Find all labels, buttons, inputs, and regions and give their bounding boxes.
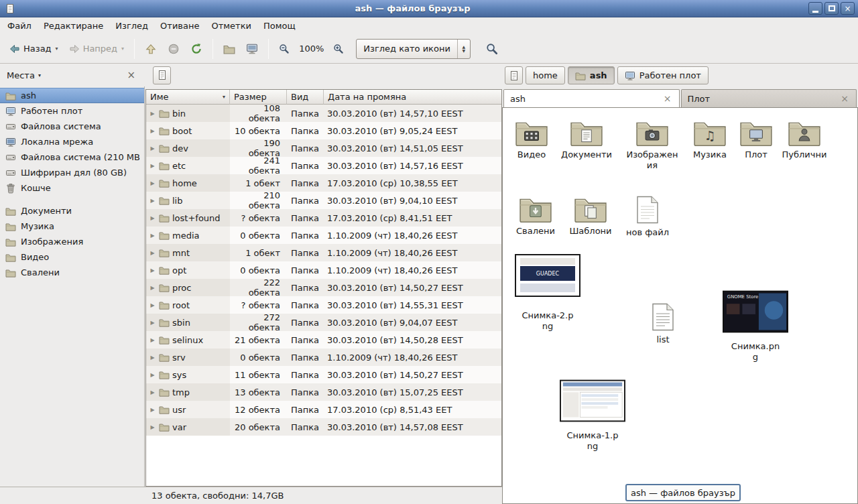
list-item[interactable]: Снимка-1.png	[559, 379, 626, 452]
path-button[interactable]: Работен плот	[617, 66, 709, 84]
up-button[interactable]	[139, 38, 162, 60]
table-row[interactable]: ▶ lost+found ? обекта Папка 17.03.2010 (…	[146, 209, 501, 227]
place-item[interactable]: Документи	[0, 203, 144, 218]
list-item[interactable]: Снимка.png	[722, 290, 789, 363]
titlebar[interactable]: ash — файлов браузър ×	[0, 0, 858, 17]
icon-view[interactable]: Видео Документи Изображения Музика	[502, 107, 858, 504]
forward-button[interactable]: Напред ▾	[64, 38, 130, 60]
expander-icon[interactable]: ▶	[149, 389, 156, 395]
expander-icon[interactable]: ▶	[149, 215, 156, 221]
expander-icon[interactable]: ▶	[149, 163, 156, 169]
list-item[interactable]: list	[635, 300, 691, 345]
table-row[interactable]: ▶ srv 0 обекта Папка 1.10.2009 (чт) 18,4…	[146, 349, 501, 366]
table-row[interactable]: ▶ bin 108 обекта Папка 30.03.2010 (вт) 1…	[146, 105, 501, 122]
pane-toggle-button[interactable]	[153, 66, 171, 84]
table-row[interactable]: ▶ root ? обекта Папка 30.03.2010 (вт) 14…	[146, 296, 501, 314]
expander-icon[interactable]: ▶	[149, 407, 156, 413]
expander-icon[interactable]: ▶	[149, 233, 156, 239]
menu-item[interactable]: Отметки	[205, 19, 257, 33]
place-item[interactable]: Работен плот	[0, 103, 144, 119]
list-item[interactable]: Снимка-2.png	[514, 254, 581, 332]
place-item[interactable]: Шифриран дял (80 GB)	[0, 165, 144, 180]
back-button[interactable]: Назад ▾	[4, 38, 64, 60]
zoom-out-button[interactable]	[273, 38, 295, 60]
path-root-button[interactable]	[505, 66, 523, 84]
list-item[interactable]: нов файл	[619, 192, 676, 238]
table-row[interactable]: ▶ dev 190 обекта Папка 30.03.2010 (вт) 1…	[146, 139, 501, 157]
column-header-modified[interactable]: Дата на промяна	[324, 90, 501, 105]
reload-button[interactable]	[185, 38, 208, 60]
zoom-in-button[interactable]	[328, 38, 349, 60]
expander-icon[interactable]: ▶	[149, 285, 156, 291]
tab-close-button[interactable]: ×	[839, 94, 850, 103]
table-row[interactable]: ▶ boot 10 обекта Папка 30.03.2010 (вт) 9…	[146, 122, 501, 139]
expander-icon[interactable]: ▶	[149, 180, 156, 186]
expander-icon[interactable]: ▶	[149, 320, 156, 326]
menu-item[interactable]: Редактиране	[38, 19, 109, 33]
places-close-button[interactable]: ×	[127, 70, 135, 80]
taskbar-window-button[interactable]: ash — файлов браузър	[625, 484, 741, 501]
place-item[interactable]: Кошче	[0, 180, 144, 196]
expander-icon[interactable]: ▶	[149, 111, 156, 117]
expander-icon[interactable]: ▶	[149, 355, 156, 361]
place-item[interactable]: Музика	[0, 218, 144, 234]
expander-icon[interactable]: ▶	[149, 145, 156, 151]
table-row[interactable]: ▶ usr 12 обекта Папка 17.03.2010 (ср) 8,…	[146, 401, 501, 418]
list-item[interactable]: Документи	[558, 116, 615, 160]
place-item[interactable]: Файлова система	[0, 119, 144, 134]
place-item[interactable]: Файлова система (210 MB)	[0, 149, 144, 165]
table-row[interactable]: ▶ sys 11 обекта Папка 30.03.2010 (вт) 14…	[146, 366, 501, 383]
expander-icon[interactable]: ▶	[149, 128, 156, 134]
table-row[interactable]: ▶ proc 222 обекта Папка 30.03.2010 (вт) …	[146, 279, 501, 296]
item-icon	[723, 290, 788, 333]
close-button[interactable]: ×	[841, 2, 855, 15]
table-row[interactable]: ▶ opt 0 обекта Папка 1.10.2009 (чт) 18,4…	[146, 261, 501, 279]
column-header-name[interactable]: Име ▾	[146, 90, 230, 105]
list-item[interactable]: Свалени	[507, 192, 564, 237]
expander-icon[interactable]: ▶	[149, 250, 156, 256]
home-folder-button[interactable]	[218, 38, 241, 60]
place-item[interactable]: ash	[0, 88, 144, 103]
view-mode-select[interactable]: Изглед като икони ▲▼	[356, 39, 471, 59]
maximize-button[interactable]	[824, 2, 839, 15]
place-item[interactable]: Видео	[0, 249, 144, 265]
place-item[interactable]: Изображения	[0, 234, 144, 249]
places-header[interactable]: Места ▾ ×	[0, 66, 145, 84]
tab[interactable]: ash ×	[503, 89, 680, 107]
table-row[interactable]: ▶ etc 241 обекта Папка 30.03.2010 (вт) 1…	[146, 157, 501, 174]
menu-item[interactable]: Файл	[1, 19, 38, 33]
search-button[interactable]	[480, 38, 504, 60]
expander-icon[interactable]: ▶	[149, 198, 156, 204]
path-button[interactable]: ash	[568, 66, 615, 84]
table-row[interactable]: ▶ tmp 13 обекта Папка 30.03.2010 (вт) 15…	[146, 383, 501, 401]
table-row[interactable]: ▶ selinux 21 обекта Папка 30.03.2010 (вт…	[146, 331, 501, 349]
table-row[interactable]: ▶ mnt 1 обект Папка 1.10.2009 (чт) 18,40…	[146, 244, 501, 261]
expander-icon[interactable]: ▶	[149, 302, 156, 308]
expander-icon[interactable]: ▶	[149, 337, 156, 343]
place-item[interactable]: Локална мрежа	[0, 134, 144, 149]
computer-button[interactable]	[241, 38, 263, 60]
list-item[interactable]: Изображения	[624, 116, 680, 171]
column-header-size[interactable]: Размер	[230, 90, 287, 105]
list-item[interactable]: Шаблони	[562, 192, 619, 237]
table-row[interactable]: ▶ lib 210 обекта Папка 30.03.2010 (вт) 9…	[146, 192, 501, 209]
stop-button[interactable]	[162, 38, 185, 60]
column-header-type[interactable]: Вид	[287, 90, 324, 105]
menu-item[interactable]: Изглед	[109, 19, 154, 33]
list-item[interactable]: Видео	[503, 116, 560, 160]
place-item[interactable]: Свалени	[0, 265, 144, 280]
tab[interactable]: Плот ×	[681, 89, 857, 107]
list-item[interactable]: Публични	[776, 116, 833, 160]
expander-icon[interactable]: ▶	[149, 424, 156, 430]
table-row[interactable]: ▶ var 20 обекта Папка 30.03.2010 (вт) 14…	[146, 418, 501, 436]
tab-close-button[interactable]: ×	[662, 94, 673, 103]
expander-icon[interactable]: ▶	[149, 372, 156, 378]
minimize-button[interactable]	[808, 2, 822, 15]
path-button[interactable]: home	[526, 66, 565, 84]
menu-item[interactable]: Отиване	[154, 19, 205, 33]
menu-item[interactable]: Помощ	[257, 19, 302, 33]
table-row[interactable]: ▶ home 1 обект Папка 17.03.2010 (ср) 10,…	[146, 174, 501, 192]
expander-icon[interactable]: ▶	[149, 267, 156, 273]
table-row[interactable]: ▶ media 0 обекта Папка 1.10.2009 (чт) 18…	[146, 227, 501, 244]
table-row[interactable]: ▶ sbin 272 обекта Папка 30.03.2010 (вт) …	[146, 314, 501, 331]
